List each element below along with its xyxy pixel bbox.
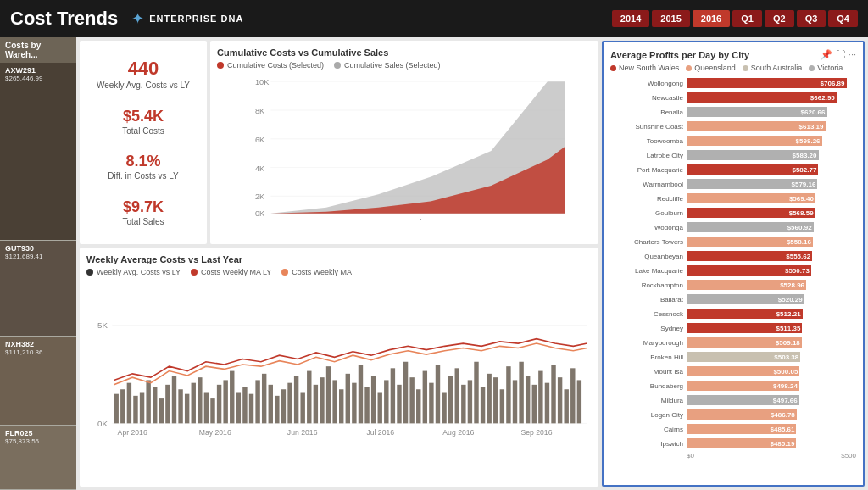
svg-rect-67 <box>397 385 401 424</box>
bar-wrapper: $662.95 <box>687 92 856 103</box>
bar-city-label: Newcastle <box>610 94 687 102</box>
bar-city-label: Broken Hill <box>610 354 687 361</box>
svg-rect-44 <box>249 394 253 424</box>
svg-rect-32 <box>172 376 176 423</box>
cumulative-chart-svg: 10K 8K 6K 4K 2K 0K <box>217 73 592 220</box>
legend-costs-ma: Costs Weekly MA <box>281 268 352 276</box>
bar-value-label: $550.73 <box>785 267 810 275</box>
right-panel-icons: 📌 ⛶ ··· <box>821 49 856 60</box>
svg-rect-77 <box>461 385 465 424</box>
legend-qld: Queensland <box>686 64 736 72</box>
legend-vic-label: Victoria <box>817 64 843 72</box>
sidebar-value-flr025: $75,873.55 <box>5 437 71 445</box>
bar-fill: $511.35 <box>687 323 802 333</box>
svg-rect-55 <box>320 377 324 423</box>
q4-btn[interactable]: Q4 <box>828 10 858 27</box>
svg-rect-59 <box>346 374 350 424</box>
svg-text:5K: 5K <box>97 320 108 330</box>
bar-wrapper: $620.66 <box>687 107 856 117</box>
bar-fill: $486.78 <box>687 409 797 420</box>
svg-rect-66 <box>391 368 395 423</box>
bar-row-9: Goulburn$568.59 <box>610 207 856 219</box>
svg-rect-71 <box>423 371 427 424</box>
q3-btn[interactable]: Q3 <box>797 10 826 27</box>
bar-fill: $579.16 <box>687 179 817 189</box>
bar-value-label: $520.29 <box>778 296 803 303</box>
bar-fill: $503.38 <box>687 352 800 362</box>
bar-wrapper: $500.05 <box>687 366 856 376</box>
middle-area: 440 Weekly Avg. Costs vs LY $5.4K Total … <box>76 37 602 490</box>
svg-rect-41 <box>230 371 234 424</box>
sidebar-label-flr025: FLR025 <box>5 429 71 437</box>
bar-city-label: Goulburn <box>610 209 687 217</box>
bar-row-24: Cairns$485.61 <box>610 423 856 435</box>
svg-text:6K: 6K <box>255 136 265 144</box>
bar-city-label: Cessnock <box>610 310 687 318</box>
q1-btn[interactable]: Q1 <box>732 10 762 27</box>
svg-rect-51 <box>294 376 298 423</box>
bar-fill: $620.66 <box>687 107 827 117</box>
bar-fill: $706.89 <box>687 78 847 88</box>
bar-row-21: Bundaberg$498.24 <box>610 380 856 392</box>
focus-icon[interactable]: ⛶ <box>836 49 845 60</box>
svg-rect-28 <box>146 380 150 423</box>
bar-wrapper: $558.16 <box>687 237 856 247</box>
axis-label-500: $500 <box>841 452 856 459</box>
svg-rect-43 <box>242 387 247 423</box>
svg-rect-86 <box>519 362 523 424</box>
sidebar-label-axw291: AXW291 <box>5 66 71 75</box>
q2-btn[interactable]: Q2 <box>765 10 794 27</box>
bar-value-label: $555.62 <box>786 253 810 260</box>
svg-rect-68 <box>403 362 408 424</box>
svg-rect-49 <box>281 389 286 423</box>
bar-city-label: Cairns <box>610 426 687 433</box>
svg-rect-88 <box>532 385 537 424</box>
cumulative-chart-panel: Cumulative Costs vs Cumulative Sales Cum… <box>210 41 598 244</box>
right-panel-title: Average Profits per Day by City <box>610 50 749 60</box>
bar-row-3: Sunshine Coast$613.19 <box>610 120 856 132</box>
svg-rect-94 <box>570 368 575 423</box>
svg-rect-24 <box>120 389 125 423</box>
svg-rect-89 <box>538 371 542 424</box>
svg-rect-47 <box>269 385 273 424</box>
bar-city-label: Mildura <box>610 397 687 404</box>
bar-value-label: $528.96 <box>780 281 804 289</box>
svg-rect-81 <box>487 374 491 424</box>
sidebar-item-flr025[interactable]: FLR025 $75,873.55 <box>0 426 76 490</box>
legend-nsw-label: New South Wales <box>619 64 679 72</box>
sidebar-item-nxh382[interactable]: NXH382 $111,210.86 <box>0 337 76 426</box>
svg-rect-63 <box>371 376 376 423</box>
svg-rect-46 <box>262 374 266 424</box>
bar-value-label: $503.38 <box>774 354 798 361</box>
sidebar-value-axw291: $265,446.99 <box>5 75 71 82</box>
svg-rect-76 <box>455 368 459 423</box>
svg-rect-65 <box>384 380 388 423</box>
right-panel: Average Profits per Day by City 📌 ⛶ ··· … <box>602 41 865 487</box>
bar-row-22: Mildura$497.66 <box>610 394 856 406</box>
more-icon[interactable]: ··· <box>849 49 856 60</box>
pin-icon[interactable]: 📌 <box>821 49 832 60</box>
sidebar-item-axw291[interactable]: AXW291 $265,446.99 <box>0 63 76 241</box>
year-2014-btn[interactable]: 2014 <box>612 10 649 27</box>
legend-costs-dot <box>217 62 224 69</box>
svg-rect-80 <box>481 387 485 423</box>
bar-fill: $498.24 <box>687 381 799 391</box>
bar-value-label: $568.59 <box>789 209 814 217</box>
legend-sales-label: Cumulative Sales (Selected) <box>344 61 441 70</box>
bar-wrapper: $503.38 <box>687 352 856 362</box>
sidebar-item-gut930[interactable]: GUT930 $121,689.41 <box>0 241 76 337</box>
year-2016-btn[interactable]: 2016 <box>693 10 730 27</box>
svg-rect-36 <box>198 377 202 423</box>
svg-text:0K: 0K <box>97 419 108 428</box>
svg-text:Aug 2016: Aug 2016 <box>472 219 502 220</box>
legend-nsw: New South Wales <box>610 64 679 72</box>
bar-wrapper: $598.26 <box>687 136 856 146</box>
svg-rect-95 <box>577 380 581 423</box>
bar-value-label: $598.26 <box>796 137 821 145</box>
year-2015-btn[interactable]: 2015 <box>652 10 689 27</box>
svg-text:10K: 10K <box>255 78 270 86</box>
kpi-diff-costs-label: Diff. in Costs vs LY <box>108 170 179 181</box>
bar-city-label: Bundaberg <box>610 382 687 390</box>
svg-rect-39 <box>217 385 221 424</box>
bar-fill: $560.92 <box>687 222 814 232</box>
